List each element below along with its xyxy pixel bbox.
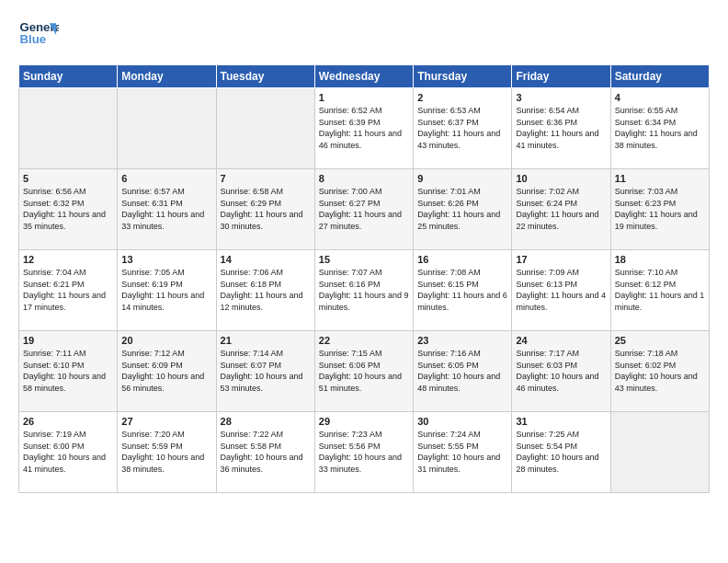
day-number: 25 xyxy=(615,335,705,346)
calendar-cell xyxy=(118,88,216,169)
day-info: Sunrise: 6:54 AMSunset: 6:36 PMDaylight:… xyxy=(516,105,606,151)
header: General Blue xyxy=(18,15,710,55)
weekday-header-thursday: Thursday xyxy=(414,65,512,88)
day-number: 6 xyxy=(121,173,211,184)
weekday-header-sunday: Sunday xyxy=(19,65,118,88)
day-number: 17 xyxy=(516,254,606,265)
calendar-cell: 20Sunrise: 7:12 AMSunset: 6:09 PMDayligh… xyxy=(118,331,216,412)
day-number: 22 xyxy=(319,335,409,346)
day-info: Sunrise: 7:05 AMSunset: 6:19 PMDaylight:… xyxy=(121,267,211,313)
calendar-cell xyxy=(610,412,709,493)
day-info: Sunrise: 7:15 AMSunset: 6:06 PMDaylight:… xyxy=(319,348,409,394)
day-info: Sunrise: 6:53 AMSunset: 6:37 PMDaylight:… xyxy=(417,105,507,151)
day-info: Sunrise: 6:57 AMSunset: 6:31 PMDaylight:… xyxy=(121,186,211,232)
day-number: 24 xyxy=(516,335,606,346)
weekday-header-monday: Monday xyxy=(118,65,216,88)
weekday-header-row: SundayMondayTuesdayWednesdayThursdayFrid… xyxy=(19,65,710,88)
page: General Blue SundayMondayTuesdayWednesda… xyxy=(0,0,728,563)
day-number: 26 xyxy=(23,416,113,427)
day-number: 5 xyxy=(23,173,113,184)
day-number: 28 xyxy=(221,416,311,427)
day-info: Sunrise: 7:03 AMSunset: 6:23 PMDaylight:… xyxy=(615,186,705,232)
day-info: Sunrise: 7:00 AMSunset: 6:27 PMDaylight:… xyxy=(319,186,409,232)
day-info: Sunrise: 7:01 AMSunset: 6:26 PMDaylight:… xyxy=(417,186,507,232)
calendar-cell: 14Sunrise: 7:06 AMSunset: 6:18 PMDayligh… xyxy=(216,250,314,331)
day-number: 23 xyxy=(417,335,507,346)
calendar-cell: 2Sunrise: 6:53 AMSunset: 6:37 PMDaylight… xyxy=(414,88,512,169)
generalblue-logo-icon: General Blue xyxy=(18,15,59,55)
calendar-cell: 8Sunrise: 7:00 AMSunset: 6:27 PMDaylight… xyxy=(314,169,413,250)
day-number: 29 xyxy=(319,416,409,427)
day-number: 31 xyxy=(516,416,606,427)
weekday-header-saturday: Saturday xyxy=(610,65,709,88)
week-row-4: 19Sunrise: 7:11 AMSunset: 6:10 PMDayligh… xyxy=(19,331,710,412)
calendar-cell: 10Sunrise: 7:02 AMSunset: 6:24 PMDayligh… xyxy=(512,169,610,250)
calendar-cell xyxy=(19,88,118,169)
calendar: SundayMondayTuesdayWednesdayThursdayFrid… xyxy=(18,64,710,493)
calendar-cell: 11Sunrise: 7:03 AMSunset: 6:23 PMDayligh… xyxy=(610,169,709,250)
day-number: 15 xyxy=(319,254,409,265)
day-info: Sunrise: 7:11 AMSunset: 6:10 PMDaylight:… xyxy=(23,348,113,394)
day-number: 30 xyxy=(417,416,507,427)
calendar-cell: 19Sunrise: 7:11 AMSunset: 6:10 PMDayligh… xyxy=(19,331,118,412)
weekday-header-friday: Friday xyxy=(512,65,610,88)
calendar-cell: 22Sunrise: 7:15 AMSunset: 6:06 PMDayligh… xyxy=(314,331,413,412)
logo: General Blue xyxy=(18,15,63,55)
day-number: 4 xyxy=(615,92,705,103)
calendar-cell: 17Sunrise: 7:09 AMSunset: 6:13 PMDayligh… xyxy=(512,250,610,331)
calendar-cell: 16Sunrise: 7:08 AMSunset: 6:15 PMDayligh… xyxy=(414,250,512,331)
day-info: Sunrise: 7:08 AMSunset: 6:15 PMDaylight:… xyxy=(417,267,507,313)
calendar-cell: 24Sunrise: 7:17 AMSunset: 6:03 PMDayligh… xyxy=(512,331,610,412)
calendar-cell: 6Sunrise: 6:57 AMSunset: 6:31 PMDaylight… xyxy=(118,169,216,250)
day-number: 13 xyxy=(121,254,211,265)
day-info: Sunrise: 7:25 AMSunset: 5:54 PMDaylight:… xyxy=(516,429,606,475)
day-number: 8 xyxy=(319,173,409,184)
day-info: Sunrise: 7:07 AMSunset: 6:16 PMDaylight:… xyxy=(319,267,409,313)
day-number: 7 xyxy=(221,173,311,184)
day-info: Sunrise: 7:23 AMSunset: 5:56 PMDaylight:… xyxy=(319,429,409,475)
calendar-cell: 31Sunrise: 7:25 AMSunset: 5:54 PMDayligh… xyxy=(512,412,610,493)
calendar-cell: 27Sunrise: 7:20 AMSunset: 5:59 PMDayligh… xyxy=(118,412,216,493)
day-info: Sunrise: 6:55 AMSunset: 6:34 PMDaylight:… xyxy=(615,105,705,151)
week-row-1: 1Sunrise: 6:52 AMSunset: 6:39 PMDaylight… xyxy=(19,88,710,169)
day-number: 19 xyxy=(23,335,113,346)
day-info: Sunrise: 7:18 AMSunset: 6:02 PMDaylight:… xyxy=(615,348,705,394)
weekday-header-wednesday: Wednesday xyxy=(314,65,413,88)
day-number: 9 xyxy=(417,173,507,184)
week-row-5: 26Sunrise: 7:19 AMSunset: 6:00 PMDayligh… xyxy=(19,412,710,493)
day-info: Sunrise: 7:17 AMSunset: 6:03 PMDaylight:… xyxy=(516,348,606,394)
day-number: 14 xyxy=(221,254,311,265)
day-info: Sunrise: 7:14 AMSunset: 6:07 PMDaylight:… xyxy=(221,348,311,394)
calendar-cell: 7Sunrise: 6:58 AMSunset: 6:29 PMDaylight… xyxy=(216,169,314,250)
calendar-cell: 28Sunrise: 7:22 AMSunset: 5:58 PMDayligh… xyxy=(216,412,314,493)
day-number: 1 xyxy=(319,92,409,103)
day-info: Sunrise: 7:06 AMSunset: 6:18 PMDaylight:… xyxy=(221,267,311,313)
calendar-cell: 12Sunrise: 7:04 AMSunset: 6:21 PMDayligh… xyxy=(19,250,118,331)
day-number: 11 xyxy=(615,173,705,184)
day-info: Sunrise: 7:20 AMSunset: 5:59 PMDaylight:… xyxy=(121,429,211,475)
calendar-cell: 13Sunrise: 7:05 AMSunset: 6:19 PMDayligh… xyxy=(118,250,216,331)
calendar-cell xyxy=(216,88,314,169)
day-info: Sunrise: 7:09 AMSunset: 6:13 PMDaylight:… xyxy=(516,267,606,313)
calendar-cell: 1Sunrise: 6:52 AMSunset: 6:39 PMDaylight… xyxy=(314,88,413,169)
day-info: Sunrise: 7:04 AMSunset: 6:21 PMDaylight:… xyxy=(23,267,113,313)
day-number: 2 xyxy=(417,92,507,103)
day-info: Sunrise: 6:58 AMSunset: 6:29 PMDaylight:… xyxy=(221,186,311,232)
calendar-cell: 15Sunrise: 7:07 AMSunset: 6:16 PMDayligh… xyxy=(314,250,413,331)
calendar-cell: 26Sunrise: 7:19 AMSunset: 6:00 PMDayligh… xyxy=(19,412,118,493)
day-number: 10 xyxy=(516,173,606,184)
day-number: 3 xyxy=(516,92,606,103)
day-number: 20 xyxy=(121,335,211,346)
calendar-cell: 23Sunrise: 7:16 AMSunset: 6:05 PMDayligh… xyxy=(414,331,512,412)
day-number: 21 xyxy=(221,335,311,346)
week-row-3: 12Sunrise: 7:04 AMSunset: 6:21 PMDayligh… xyxy=(19,250,710,331)
calendar-cell: 18Sunrise: 7:10 AMSunset: 6:12 PMDayligh… xyxy=(610,250,709,331)
calendar-cell: 3Sunrise: 6:54 AMSunset: 6:36 PMDaylight… xyxy=(512,88,610,169)
day-info: Sunrise: 7:19 AMSunset: 6:00 PMDaylight:… xyxy=(23,429,113,475)
calendar-cell: 25Sunrise: 7:18 AMSunset: 6:02 PMDayligh… xyxy=(610,331,709,412)
calendar-cell: 30Sunrise: 7:24 AMSunset: 5:55 PMDayligh… xyxy=(414,412,512,493)
day-number: 16 xyxy=(417,254,507,265)
day-info: Sunrise: 7:24 AMSunset: 5:55 PMDaylight:… xyxy=(417,429,507,475)
weekday-header-tuesday: Tuesday xyxy=(216,65,314,88)
svg-text:Blue: Blue xyxy=(19,32,46,46)
